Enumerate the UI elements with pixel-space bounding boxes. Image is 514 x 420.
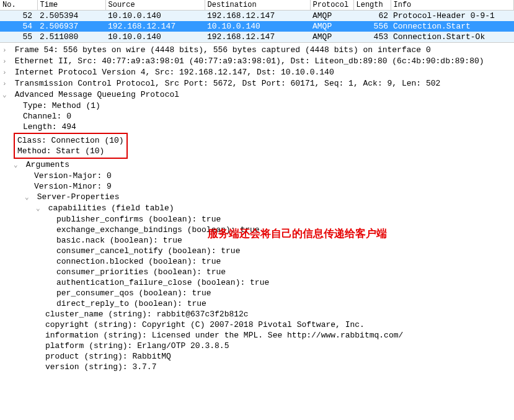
packet-row[interactable]: 522.50539410.10.0.140192.168.12.147AMQP6…: [0, 11, 514, 22]
col-src[interactable]: Source: [105, 0, 205, 11]
packet-cell: 453: [353, 32, 391, 42]
col-info[interactable]: Info: [391, 0, 514, 11]
server-properties-title: Server-Properties: [37, 192, 120, 202]
packet-header-row: No. Time Source Destination Protocol Len…: [0, 0, 514, 11]
col-len[interactable]: Length: [353, 0, 391, 11]
packet-cell: Connection.Start: [391, 21, 514, 32]
ip-summary[interactable]: › Internet Protocol Version 4, Src: 192.…: [2, 67, 512, 78]
packet-cell: 192.168.12.147: [105, 21, 205, 32]
chevron-right-icon[interactable]: ›: [2, 45, 10, 56]
sp-platform[interactable]: platform (string): Erlang/OTP 20.3.8.5: [36, 341, 512, 351]
ethernet-text: Ethernet II, Src: 40:77:a9:a3:98:01 (40:…: [15, 56, 484, 66]
cap-consumer-priorities[interactable]: consumer_priorities (boolean): true: [47, 267, 512, 277]
chevron-right-icon[interactable]: ›: [2, 79, 10, 89]
cap-direct-reply-to[interactable]: direct_reply_to (boolean): true: [47, 298, 512, 309]
packet-row[interactable]: 542.506937192.168.12.14710.10.0.140AMQP5…: [0, 21, 514, 32]
col-dst[interactable]: Destination: [205, 0, 310, 11]
chevron-right-icon[interactable]: ›: [2, 68, 10, 78]
sp-product[interactable]: product (string): RabbitMQ: [36, 351, 512, 362]
sp-cluster-name[interactable]: cluster_name (string): rabbit@637c3f2b81…: [36, 309, 512, 319]
highlight-box: Class: Connection (10) Method: Start (10…: [14, 133, 128, 159]
amqp-class[interactable]: Class: Connection (10): [17, 135, 124, 146]
tcp-summary[interactable]: › Transmission Control Protocol, Src Por…: [2, 78, 512, 89]
tcp-text: Transmission Control Protocol, Src Port:…: [15, 79, 441, 88]
packet-cell: 2.505394: [37, 11, 105, 22]
amqp-channel[interactable]: Channel: 0: [14, 111, 512, 122]
capabilities[interactable]: ⌄ capabilities (field table): [36, 203, 512, 214]
sp-copyright[interactable]: copyright (string): Copyright (C) 2007-2…: [36, 319, 512, 330]
amqp-arguments[interactable]: ⌄ Arguments: [14, 159, 512, 171]
packet-cell: 10.10.0.140: [105, 11, 205, 22]
cap-auth-failure-close[interactable]: authentication_failure_close (boolean): …: [47, 277, 512, 288]
version-minor[interactable]: Version-Minor: 9: [25, 181, 512, 192]
capabilities-title: capabilities (field table): [48, 203, 174, 213]
chevron-down-icon[interactable]: ⌄: [25, 192, 32, 203]
amqp-summary[interactable]: ⌄ Advanced Message Queueing Protocol: [2, 89, 512, 101]
col-proto[interactable]: Protocol: [310, 0, 353, 11]
packet-cell: 2.511080: [37, 32, 105, 42]
version-major[interactable]: Version-Major: 0: [25, 171, 512, 181]
sp-information[interactable]: information (string): Licensed under the…: [36, 330, 512, 341]
packet-cell: 62: [353, 11, 391, 22]
amqp-type[interactable]: Type: Method (1): [14, 101, 512, 111]
packet-cell: 54: [0, 21, 37, 32]
amqp-method[interactable]: Method: Start (10): [17, 146, 124, 156]
packet-cell: 192.168.12.147: [205, 32, 310, 42]
packet-cell: Protocol-Header 0-9-1: [391, 11, 514, 22]
ip-text: Internet Protocol Version 4, Src: 192.16…: [15, 68, 334, 77]
server-properties[interactable]: ⌄ Server-Properties: [25, 192, 512, 203]
packet-cell: AMQP: [310, 11, 353, 22]
cap-per-consumer-qos[interactable]: per_consumer_qos (boolean): true: [47, 288, 512, 298]
packet-cell: 2.506937: [37, 21, 105, 32]
chevron-right-icon[interactable]: ›: [2, 56, 10, 67]
amqp-title: Advanced Message Queueing Protocol: [15, 90, 179, 99]
ethernet-summary[interactable]: › Ethernet II, Src: 40:77:a9:a3:98:01 (4…: [2, 56, 512, 67]
cap-publisher-confirms[interactable]: publisher_confirms (boolean): true: [47, 214, 512, 225]
packet-cell: AMQP: [310, 32, 353, 42]
cap-connection-blocked[interactable]: connection.blocked (boolean): true: [47, 256, 512, 267]
packet-cell: 10.10.0.140: [105, 32, 205, 42]
col-no[interactable]: No.: [0, 0, 37, 11]
col-time[interactable]: Time: [37, 0, 105, 11]
chevron-down-icon[interactable]: ⌄: [36, 203, 43, 214]
annotation-text: 服务端还会将自己的信息传递给客户端: [208, 226, 387, 241]
arguments-title: Arguments: [26, 160, 69, 169]
packet-cell: 556: [353, 21, 391, 32]
chevron-down-icon[interactable]: ⌄: [14, 160, 21, 171]
packet-table: No. Time Source Destination Protocol Len…: [0, 0, 514, 42]
packet-cell: Connection.Start-Ok: [391, 32, 514, 42]
sp-version[interactable]: version (string): 3.7.7: [36, 362, 512, 372]
packet-list[interactable]: No. Time Source Destination Protocol Len…: [0, 0, 514, 43]
chevron-down-icon[interactable]: ⌄: [2, 90, 10, 101]
cap-consumer-cancel-notify[interactable]: consumer_cancel_notify (boolean): true: [47, 246, 512, 256]
packet-details[interactable]: › Frame 54: 556 bytes on wire (4448 bits…: [0, 43, 514, 377]
packet-cell: AMQP: [310, 21, 353, 32]
packet-cell: 10.10.0.140: [205, 21, 310, 32]
packet-cell: 55: [0, 32, 37, 42]
packet-cell: 52: [0, 11, 37, 22]
amqp-length[interactable]: Length: 494: [14, 122, 512, 132]
frame-text: Frame 54: 556 bytes on wire (4448 bits),…: [15, 45, 431, 55]
packet-cell: 192.168.12.147: [205, 11, 310, 22]
frame-summary[interactable]: › Frame 54: 556 bytes on wire (4448 bits…: [2, 45, 512, 56]
packet-row[interactable]: 552.51108010.10.0.140192.168.12.147AMQP4…: [0, 32, 514, 42]
